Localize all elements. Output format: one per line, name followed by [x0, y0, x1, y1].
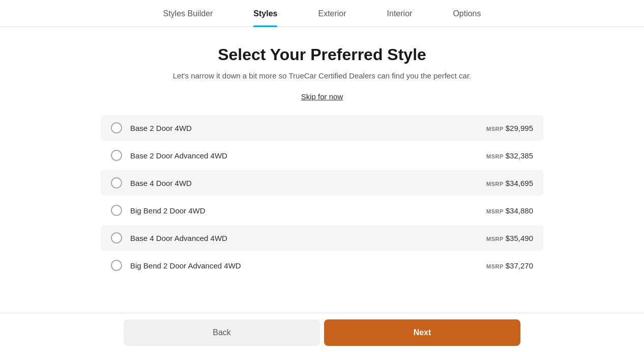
list-item[interactable]: Big Bend 2 Door 4WD MSRP$34,880	[101, 198, 543, 223]
msrp-label: MSRP	[486, 208, 504, 214]
style-radio-1[interactable]	[111, 122, 122, 133]
style-name: Base 4 Door 4WD	[130, 179, 486, 187]
tab-styles[interactable]: Styles	[253, 9, 277, 26]
style-radio-2[interactable]	[111, 150, 122, 161]
msrp-label: MSRP	[486, 153, 504, 159]
back-button[interactable]: Back	[124, 319, 320, 346]
style-msrp: MSRP$37,270	[486, 261, 533, 270]
msrp-value: $29,995	[506, 124, 533, 132]
list-item[interactable]: Base 4 Door 4WD MSRP$34,695	[101, 170, 543, 196]
msrp-value: $37,270	[506, 261, 533, 270]
list-item[interactable]: Base 4 Door Advanced 4WD MSRP$35,490	[101, 225, 543, 251]
style-name: Base 2 Door 4WD	[130, 124, 486, 132]
style-msrp: MSRP$34,695	[486, 179, 533, 187]
msrp-label: MSRP	[486, 181, 504, 187]
bottom-bar: Back Next	[0, 313, 644, 352]
style-msrp: MSRP$29,995	[486, 124, 533, 132]
style-name: Big Bend 2 Door 4WD	[130, 206, 486, 215]
main-content: Select Your Preferred Style Let's narrow…	[0, 27, 644, 280]
tab-options[interactable]: Options	[453, 9, 481, 26]
msrp-value: $34,695	[506, 179, 533, 187]
style-name: Base 4 Door Advanced 4WD	[130, 234, 486, 242]
msrp-label: MSRP	[486, 236, 504, 242]
style-name: Base 2 Door Advanced 4WD	[130, 151, 486, 160]
msrp-value: $34,880	[506, 206, 533, 215]
list-item[interactable]: Big Bend 2 Door Advanced 4WD MSRP$37,270	[101, 253, 543, 278]
skip-for-now-link[interactable]: Skip for now	[301, 92, 343, 101]
msrp-label: MSRP	[486, 263, 504, 269]
list-item[interactable]: Base 2 Door Advanced 4WD MSRP$32,385	[101, 143, 543, 168]
style-radio-5[interactable]	[111, 232, 122, 243]
nav-tabs: Styles Builder Styles Exterior Interior …	[0, 0, 644, 27]
style-msrp: MSRP$32,385	[486, 151, 533, 160]
list-item[interactable]: Base 2 Door 4WD MSRP$29,995	[101, 115, 543, 141]
style-name: Big Bend 2 Door Advanced 4WD	[130, 261, 486, 270]
tab-exterior[interactable]: Exterior	[318, 9, 346, 26]
page-title: Select Your Preferred Style	[218, 45, 426, 64]
tab-interior[interactable]: Interior	[387, 9, 413, 26]
style-msrp: MSRP$34,880	[486, 206, 533, 215]
tab-styles-builder[interactable]: Styles Builder	[163, 9, 213, 26]
style-radio-4[interactable]	[111, 205, 122, 216]
msrp-value: $35,490	[506, 234, 533, 242]
page-subtitle: Let's narrow it down a bit more so TrueC…	[173, 71, 471, 80]
style-radio-3[interactable]	[111, 177, 122, 188]
msrp-value: $32,385	[506, 151, 533, 160]
next-button[interactable]: Next	[324, 319, 520, 346]
style-radio-6[interactable]	[111, 260, 122, 271]
msrp-label: MSRP	[486, 126, 504, 132]
style-msrp: MSRP$35,490	[486, 234, 533, 242]
styles-list: Base 2 Door 4WD MSRP$29,995 Base 2 Door …	[101, 115, 543, 280]
